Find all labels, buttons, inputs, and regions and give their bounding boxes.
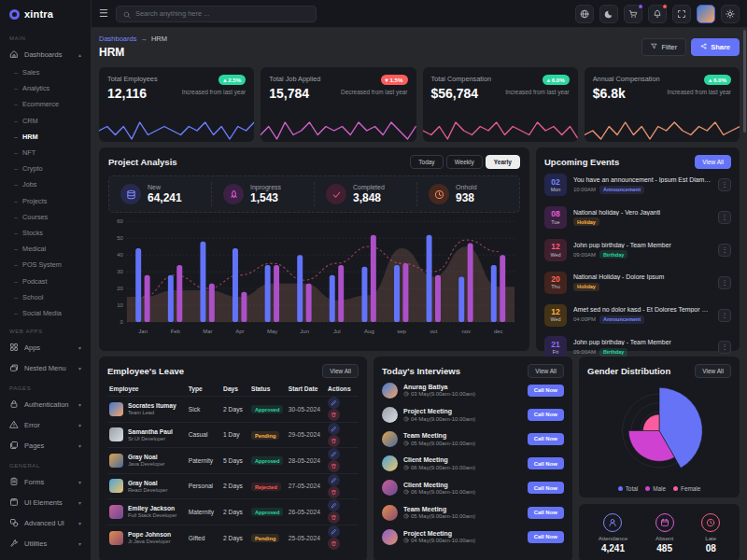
warning-icon [9, 420, 19, 429]
sidebar-item-pages[interactable]: Pages▾ [0, 435, 91, 455]
start-date: 25-05-2024 [287, 525, 326, 551]
delete-button[interactable] [328, 460, 340, 472]
leave-view-all-button[interactable]: View All [322, 364, 359, 378]
cart-button[interactable] [624, 5, 642, 23]
notifications-button[interactable] [648, 5, 667, 23]
delete-button[interactable] [328, 538, 340, 550]
sidebar-item-nested-menu[interactable]: Nested Menu▾ [0, 357, 91, 378]
interview-time: 06 May(9.00am-10.00am) [403, 489, 475, 495]
settings-button[interactable] [721, 5, 740, 23]
svg-text:Apr: Apr [235, 328, 244, 334]
call-now-button[interactable]: Call Now [528, 385, 564, 397]
sidebar-subitem-medical[interactable]: –Medical [0, 241, 91, 257]
start-date: 26-05-2024 [287, 499, 326, 525]
status-badge: Rejected [251, 483, 281, 491]
search-input[interactable] [135, 9, 309, 18]
delete-button[interactable] [328, 486, 340, 498]
sidebar-subitem-crm[interactable]: –CRM [0, 113, 91, 129]
events-view-all-button[interactable]: View All [695, 155, 731, 169]
sidebar-subitem-hrm[interactable]: –HRM [0, 129, 91, 145]
sidebar-item-error[interactable]: Error▾ [0, 414, 91, 435]
logo-icon [9, 9, 20, 20]
sidebar-item-forms[interactable]: Forms▾ [0, 471, 91, 492]
interview-name: Team Meeting [403, 432, 475, 439]
sidebar-subitem-ecommerce[interactable]: –Ecommerce [0, 96, 91, 112]
scrollbar[interactable] [743, 30, 746, 133]
stat-note: Increased from last year [182, 89, 247, 95]
period-chip-weekly[interactable]: Weekly [446, 155, 483, 169]
sidebar-subitem-courses[interactable]: –Courses [0, 209, 91, 225]
call-now-button[interactable]: Call Now [528, 457, 564, 469]
sidebar-subitem-podcast[interactable]: –Podcast [0, 273, 91, 288]
edit-button[interactable] [328, 525, 340, 538]
event-menu-button[interactable]: ⋮ [718, 341, 731, 354]
avatar [382, 407, 398, 423]
sidebar-subitem-school[interactable]: –School [0, 289, 91, 305]
language-switcher-button[interactable] [575, 5, 594, 23]
call-now-button[interactable]: Call Now [528, 482, 564, 494]
delete-button[interactable] [328, 435, 340, 447]
user-avatar[interactable] [697, 5, 715, 23]
sidebar-subitem-social-media[interactable]: –Social Media [0, 305, 91, 321]
trash-icon [331, 412, 337, 418]
attendance-stat-attendance: Attendance4,241 [599, 513, 627, 553]
leave-days: 2 Days [221, 499, 249, 525]
sidebar-item-apps[interactable]: Apps▾ [0, 337, 91, 357]
event-badge: Announcement [599, 186, 644, 194]
pencil-icon [331, 451, 337, 457]
delete-button[interactable] [328, 409, 340, 421]
event-menu-button[interactable]: ⋮ [718, 276, 731, 289]
event-menu-button[interactable]: ⋮ [718, 211, 731, 224]
sidebar-subitem-crypto[interactable]: –Crypto [0, 161, 91, 176]
sidebar-item-advanced-ui[interactable]: Advanced UI▾ [0, 512, 91, 533]
logo-text: xintra [24, 8, 53, 20]
interviews-view-all-button[interactable]: View All [528, 364, 564, 378]
sidebar-item-ui-elements[interactable]: UI Elements▾ [0, 492, 91, 512]
sidebar-subitem-jobs[interactable]: –Jobs [0, 176, 91, 192]
sidebar-subitem-analytics[interactable]: –Analytics [0, 80, 91, 96]
event-menu-button[interactable]: ⋮ [718, 309, 731, 322]
notification-dot [662, 4, 668, 9]
sidebar-subitem-pos-system[interactable]: –POS System [0, 257, 91, 273]
edit-button[interactable] [328, 397, 340, 409]
event-menu-button[interactable]: ⋮ [718, 244, 731, 257]
call-now-button[interactable]: Call Now [528, 433, 564, 445]
edit-button[interactable] [328, 448, 340, 460]
avatar [382, 383, 398, 399]
sidebar-item-utilities[interactable]: Utilities▾ [0, 533, 91, 553]
event-menu-button[interactable]: ⋮ [718, 178, 731, 191]
breadcrumb-parent[interactable]: Dashboards [99, 35, 136, 43]
upcoming-events-title: Upcoming Events [544, 157, 619, 167]
sidebar-subitem-nft[interactable]: –NFT [0, 145, 91, 161]
fullscreen-button[interactable] [672, 5, 691, 23]
todays-interviews-title: Today's Interviews [382, 366, 460, 376]
search-box[interactable] [116, 6, 317, 22]
edit-button[interactable] [328, 423, 340, 435]
period-chip-today[interactable]: Today [410, 155, 443, 169]
sidebar-item-authentication[interactable]: Authentication▾ [0, 394, 91, 414]
call-now-button[interactable]: Call Now [528, 409, 564, 421]
call-now-button[interactable]: Call Now [528, 531, 564, 543]
event-date-tile: 21Fri [544, 336, 567, 358]
sidebar-item-dashboards[interactable]: Dashboards▴ [0, 44, 91, 64]
svg-text:0: 0 [120, 318, 124, 325]
sidebar-item-widgets[interactable]: Widgets [0, 553, 91, 560]
sidebar-subitem-stocks[interactable]: –Stocks [0, 225, 91, 241]
delete-button[interactable] [328, 511, 340, 524]
call-now-button[interactable]: Call Now [528, 507, 564, 519]
period-chip-yearly[interactable]: Yearly [486, 155, 520, 169]
filter-button[interactable]: Filter [641, 38, 686, 56]
app-logo[interactable]: xintra [0, 0, 91, 28]
column-header: Status [249, 383, 287, 397]
gender-view-all-button[interactable]: View All [695, 364, 731, 378]
interview-time: 05 May(9.00am-10.00am) [403, 513, 475, 519]
menu-toggle-button[interactable]: ☰ [99, 7, 108, 20]
svg-text:Jul: Jul [333, 328, 341, 334]
share-button[interactable]: Share [691, 38, 740, 56]
edit-button[interactable] [328, 499, 340, 511]
sidebar-subitem-projects[interactable]: –Projects [0, 193, 91, 209]
stat-title: Total Compensation [431, 75, 492, 83]
edit-button[interactable] [328, 474, 340, 486]
theme-toggle-button[interactable] [599, 5, 618, 23]
sidebar-subitem-sales[interactable]: –Sales [0, 64, 91, 80]
